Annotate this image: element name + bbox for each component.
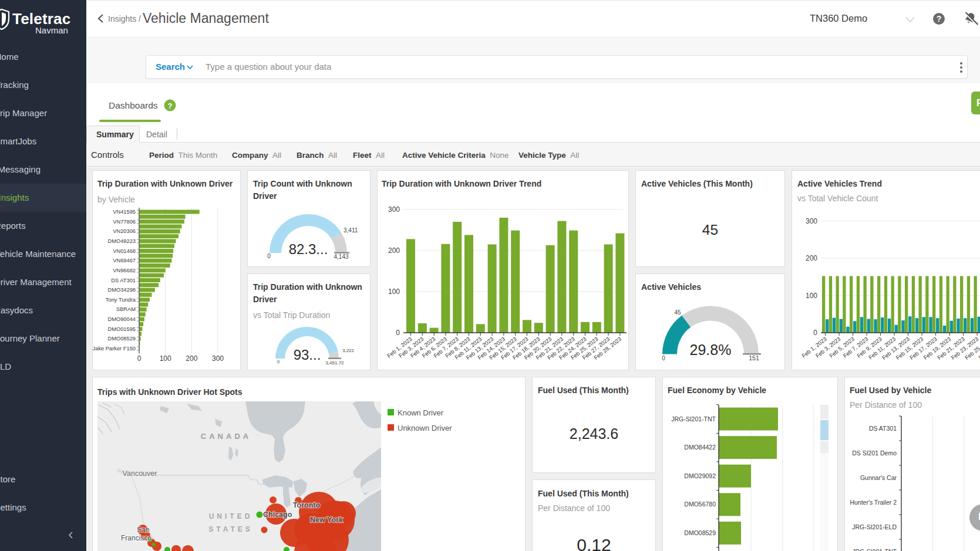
svg-text:VN69467: VN69467	[113, 258, 136, 263]
svg-text:Jake Parker F150: Jake Parker F150	[93, 346, 136, 351]
svg-text:?: ?	[937, 14, 942, 23]
svg-text:VN77806: VN77806	[113, 219, 136, 225]
svg-text:0: 0	[813, 329, 817, 337]
svg-text:0: 0	[662, 355, 665, 361]
svg-text:DMO56780: DMO56780	[684, 501, 716, 508]
svg-text:DS SI201 Demo: DS SI201 Demo	[852, 449, 897, 457]
svg-text:SBRAM: SBRAM	[116, 306, 136, 312]
svg-text:VN20306: VN20306	[113, 228, 136, 234]
svg-text:New York: New York	[310, 516, 343, 524]
svg-text:UNITED: UNITED	[209, 512, 253, 520]
svg-text:DMO84422: DMO84422	[684, 444, 716, 451]
svg-text:300: 300	[212, 354, 224, 363]
svg-text:DMO90044: DMO90044	[107, 316, 136, 322]
svg-text:Chicago: Chicago	[263, 511, 292, 519]
svg-text:Tony Tundra: Tony Tundra	[106, 297, 136, 303]
svg-text:Toronto: Toronto	[293, 501, 321, 509]
svg-text:300: 300	[806, 217, 817, 225]
svg-text:100: 100	[160, 354, 171, 363]
svg-text:DMO08529: DMO08529	[107, 336, 136, 342]
svg-text:200: 200	[186, 354, 197, 363]
svg-text:151: 151	[749, 354, 759, 361]
svg-text:JRG-SI201-TNT: JRG-SI201-TNT	[671, 415, 716, 422]
svg-text:0: 0	[267, 253, 271, 259]
svg-text:VN01468: VN01468	[113, 248, 136, 254]
svg-text:DS AT301: DS AT301	[111, 278, 136, 283]
svg-text:3,411: 3,411	[343, 227, 358, 234]
svg-text:100: 100	[806, 292, 817, 300]
svg-text:Hunter's Trailer 2: Hunter's Trailer 2	[850, 499, 897, 506]
svg-text:93...: 93...	[294, 347, 321, 363]
svg-text:JRG-SI201-TNT: JRG-SI201-TNT	[852, 548, 897, 551]
svg-text:0: 0	[137, 354, 142, 363]
svg-text:DMO08529: DMO08529	[684, 529, 716, 536]
svg-text:DMO01595: DMO01595	[107, 326, 136, 332]
svg-text:DMO34298: DMO34298	[107, 287, 136, 293]
svg-text:?: ?	[168, 102, 173, 110]
svg-text:San: San	[137, 526, 149, 534]
svg-text:0: 0	[277, 359, 280, 364]
svg-text:JRG-SI201-ELD: JRG-SI201-ELD	[852, 523, 897, 530]
svg-text:3,222: 3,222	[342, 348, 355, 353]
svg-text:DMO49223: DMO49223	[107, 238, 136, 244]
svg-text:DS AT301: DS AT301	[869, 425, 897, 432]
svg-text:200: 200	[806, 254, 817, 262]
svg-text:CANADA: CANADA	[201, 432, 251, 441]
svg-text:29.8%: 29.8%	[690, 342, 732, 358]
svg-text:82.3...: 82.3...	[289, 241, 328, 257]
svg-text:VN96682: VN96682	[113, 268, 136, 273]
svg-text:4,143: 4,143	[334, 253, 348, 260]
svg-text:Francisco: Francisco	[121, 534, 151, 542]
svg-text:Vancouver: Vancouver	[123, 469, 157, 478]
svg-text:45: 45	[674, 309, 681, 316]
svg-text:3,451.72: 3,451.72	[325, 360, 344, 366]
svg-text:300: 300	[388, 205, 400, 214]
svg-text:Gunnar's Car: Gunnar's Car	[860, 474, 897, 481]
svg-text:STATES: STATES	[208, 525, 253, 533]
svg-text:DMO29092: DMO29092	[684, 472, 716, 479]
svg-text:0: 0	[396, 329, 400, 337]
svg-text:100: 100	[388, 288, 400, 296]
svg-text:200: 200	[388, 246, 400, 255]
svg-text:VN41595: VN41595	[113, 209, 136, 215]
